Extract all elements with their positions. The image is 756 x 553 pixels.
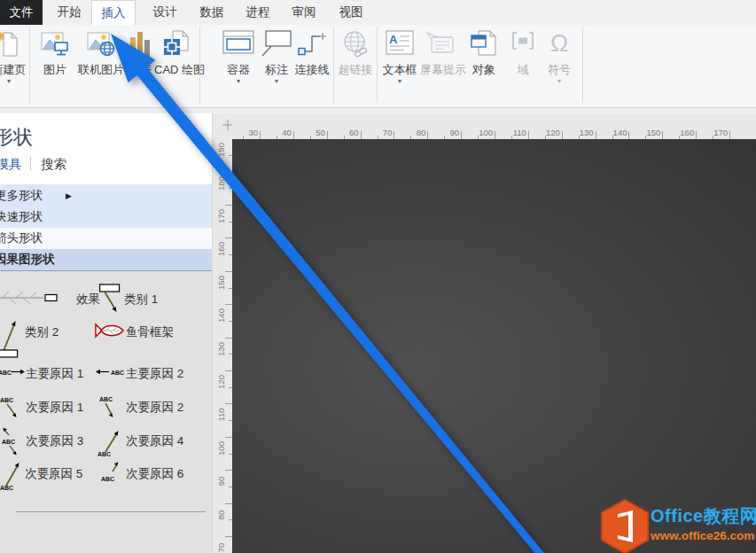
- stencil-arrow-shapes[interactable]: 箭头形状: [0, 228, 213, 249]
- drawing-canvas[interactable]: [232, 139, 756, 553]
- cad-drawing-button[interactable]: CAD 绘图: [154, 27, 199, 105]
- shape-effect[interactable]: 效果: [76, 292, 100, 308]
- new-page-icon: [0, 30, 20, 58]
- callout-button[interactable]: 标注 ▾: [259, 27, 294, 105]
- ruler-tick: [596, 131, 596, 139]
- svg-text:ABC: ABC: [2, 439, 15, 445]
- svg-text:ABC: ABC: [99, 396, 113, 402]
- shapes-panel-title: 形状: [0, 124, 33, 151]
- symbol-label: 符号: [541, 62, 578, 78]
- field-button: 域: [505, 27, 541, 105]
- tab-search[interactable]: 搜索: [41, 156, 66, 173]
- v-ruler: 190180170160150140130120110100908070: [213, 139, 232, 553]
- ruler-label: 70: [216, 539, 229, 553]
- ruler-corner: [213, 113, 232, 139]
- callout-icon: [261, 30, 292, 57]
- secondary-cause-5-shape-icon: ABC: [0, 459, 23, 491]
- ruler-label: 120: [216, 373, 229, 391]
- office-hexagon-icon: [599, 499, 651, 553]
- tab-design[interactable]: 设计: [144, 0, 185, 25]
- screentip-label: 屏幕提示: [420, 62, 463, 78]
- ruler-label: 110: [507, 128, 526, 137]
- chart-button[interactable]: 图表: [126, 27, 154, 105]
- online-pictures-button[interactable]: 联机图片: [76, 27, 126, 105]
- textbox-button[interactable]: A 文本框 ▾: [379, 27, 420, 105]
- ruler-label: 130: [216, 340, 229, 358]
- shape-secondary-cause-5[interactable]: 次要原因 5: [25, 466, 82, 482]
- stencil-quick-shapes[interactable]: 快速形状: [0, 206, 213, 228]
- textbox-label: 文本框: [379, 62, 420, 78]
- stencil-cause-effect-shapes[interactable]: 因果图形状: [0, 249, 213, 271]
- container-label: 容器: [218, 62, 259, 78]
- ruler-label: 140: [216, 307, 229, 324]
- collapse-shapes-panel-icon[interactable]: ‹: [196, 128, 200, 140]
- watermark-url: www.office26.com: [651, 529, 756, 542]
- h-ruler: 30405060708090100110120130140150160170: [232, 113, 756, 139]
- shape-secondary-cause-1[interactable]: 次要原因 1: [26, 400, 83, 416]
- container-button[interactable]: 容器 ▾: [218, 27, 259, 105]
- ruler-label: 90: [440, 128, 459, 137]
- ribbon-tab-bar: 文件 开始 插入 设计 数据 进程 审阅 视图: [0, 0, 756, 25]
- shape-category-1[interactable]: 类别 1: [124, 292, 158, 308]
- tab-process[interactable]: 进程: [238, 0, 277, 25]
- connector-label: 连接线: [292, 62, 331, 78]
- secondary-cause-6-shape-icon: ABC: [101, 459, 122, 487]
- ruler-label: 150: [641, 128, 660, 137]
- shape-main-cause-2[interactable]: 主要原因 2: [126, 366, 183, 382]
- ruler-label: 160: [216, 240, 229, 258]
- hyperlink-label: 超链接: [335, 62, 376, 78]
- shape-secondary-cause-6[interactable]: 次要原因 6: [126, 466, 183, 482]
- new-page-button[interactable]: 新建页 ▾: [0, 27, 28, 105]
- ruler-tick: [327, 131, 328, 139]
- watermark-logo: Office教程网 www.office26.com: [597, 499, 756, 553]
- stencil-more-shapes[interactable]: 更多形状 ▶: [0, 184, 213, 206]
- picture-label: 图片: [35, 62, 74, 78]
- chevron-down-icon: ▾: [218, 77, 259, 85]
- tab-data[interactable]: 数据: [191, 0, 232, 25]
- ribbon-separator: [377, 27, 378, 103]
- ruler-tick: [225, 172, 232, 173]
- ruler-tick: [495, 131, 495, 139]
- svg-text:ABC: ABC: [111, 370, 124, 376]
- effect-shape-icon: [0, 287, 66, 308]
- ruler-label: 170: [216, 207, 229, 225]
- connector-icon: [297, 30, 327, 57]
- container-icon: [222, 30, 254, 55]
- connector-button[interactable]: 连接线: [292, 27, 331, 105]
- tab-insert[interactable]: 插入: [91, 0, 136, 25]
- picture-button[interactable]: 图片: [35, 27, 74, 105]
- hyperlink-icon: [341, 30, 370, 58]
- shape-secondary-cause-4[interactable]: 次要原因 4: [126, 433, 183, 449]
- svg-text:ABC: ABC: [97, 451, 111, 457]
- ruler-label: 80: [216, 506, 229, 524]
- chart-icon: [129, 30, 152, 58]
- screentip-button: 屏幕提示: [420, 27, 463, 105]
- shapes-list: 效果 类别 1 类别 2 鱼骨框架: [0, 271, 213, 553]
- object-button[interactable]: 对象: [464, 27, 503, 105]
- shape-secondary-cause-2[interactable]: 次要原因 2: [126, 400, 183, 416]
- ruler-label: 30: [238, 128, 258, 137]
- shape-main-cause-1[interactable]: 主要原因 1: [26, 366, 83, 382]
- shape-secondary-cause-3[interactable]: 次要原因 3: [26, 433, 83, 449]
- ruler-label: 40: [272, 128, 292, 137]
- ruler-label: 130: [574, 128, 594, 137]
- shapes-panel: 形状 ‹ 模具 搜索 更多形状 ▶ 快速形状 箭头形状 因果图形状 效: [0, 113, 213, 553]
- shape-category-2[interactable]: 类别 2: [25, 324, 58, 340]
- ruler-tick: [225, 403, 232, 404]
- ruler-tick: [225, 437, 232, 438]
- tab-view[interactable]: 视图: [331, 0, 370, 25]
- ruler-label: 90: [216, 472, 229, 490]
- watermark-title: Office教程网: [651, 504, 756, 528]
- tab-home[interactable]: 开始: [50, 0, 89, 25]
- ribbon-separator: [582, 27, 583, 103]
- cad-drawing-icon: [163, 30, 190, 57]
- shape-fishbone-frame[interactable]: 鱼骨框架: [126, 324, 174, 340]
- ruler-label: 80: [406, 128, 425, 137]
- tab-review[interactable]: 审阅: [284, 0, 323, 25]
- ruler-tick: [461, 131, 462, 139]
- svg-text:ABC: ABC: [101, 476, 114, 482]
- hyperlink-button: 超链接: [335, 27, 376, 105]
- tab-stencils[interactable]: 模具: [0, 156, 21, 173]
- tab-file[interactable]: 文件: [0, 0, 43, 25]
- ruler-tick: [729, 131, 730, 139]
